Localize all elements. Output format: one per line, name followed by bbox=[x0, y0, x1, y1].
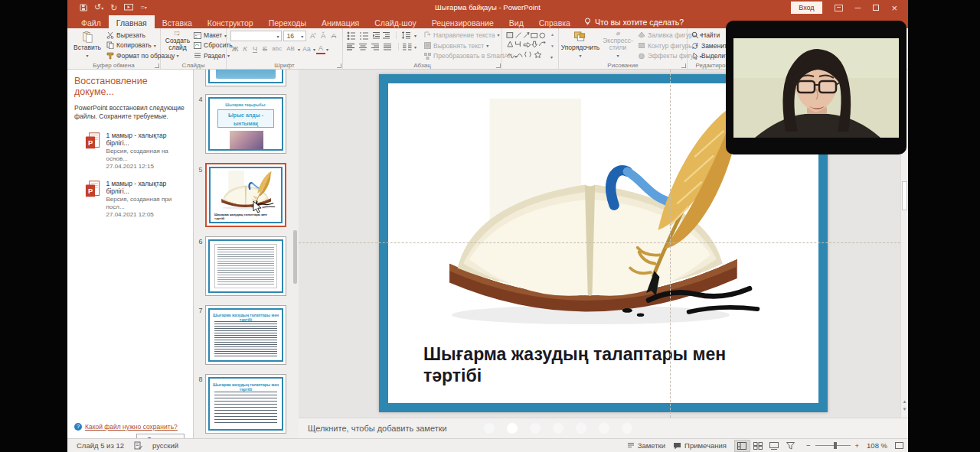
tab-transitions[interactable]: Переходы bbox=[261, 15, 314, 28]
tab-review[interactable]: Рецензирование bbox=[424, 15, 501, 28]
thumbnail-number: 6 bbox=[197, 238, 204, 246]
webcam-overlay[interactable] bbox=[726, 21, 906, 154]
language-indicator[interactable]: русский bbox=[152, 441, 178, 450]
columns-icon[interactable] bbox=[403, 43, 412, 51]
shapes-more-icon[interactable]: ▾ bbox=[550, 54, 554, 60]
text-shadow-button[interactable]: abc bbox=[270, 44, 283, 54]
horizontal-guide bbox=[299, 242, 900, 243]
maximize-button[interactable] bbox=[873, 5, 879, 11]
svg-text:P: P bbox=[88, 187, 93, 195]
zoom-level[interactable]: 108 % bbox=[867, 441, 887, 450]
redo-icon[interactable]: ↻ bbox=[110, 4, 117, 12]
font-size-combo[interactable]: 16▾ bbox=[283, 31, 306, 41]
shape-fill-icon bbox=[638, 31, 645, 38]
close-button[interactable]: × bbox=[891, 4, 897, 12]
bold-button[interactable]: Ж bbox=[230, 44, 240, 54]
underline-button[interactable]: Ч bbox=[250, 44, 260, 54]
notes-placeholder[interactable]: Щелкните, чтобы добавить заметки bbox=[299, 424, 447, 433]
tab-home[interactable]: Главная bbox=[109, 15, 155, 28]
zoom-in-button[interactable]: + bbox=[855, 441, 860, 450]
quick-styles-button[interactable]: Экспресс-стили ▾ bbox=[601, 31, 635, 60]
thumbnail-slide-4[interactable]: Шығарма тақырыбы: Ырыс алды - ынтымақ bbox=[205, 94, 286, 154]
thumbnail-slide-6[interactable] bbox=[205, 236, 286, 296]
align-text-icon bbox=[424, 42, 431, 49]
file-version: Версия, созданная на основ... bbox=[106, 148, 186, 163]
paste-button[interactable]: Вставить ▾ bbox=[71, 31, 103, 60]
shapes-scroll-up-icon[interactable]: ▲ bbox=[550, 32, 554, 37]
group-paragraph: ▾ ▾ Направление текста▾ bbox=[343, 28, 502, 69]
save-icon[interactable] bbox=[80, 1, 87, 15]
reading-view-button[interactable] bbox=[766, 440, 782, 452]
slide-indicator: Слайд 5 из 12 bbox=[77, 441, 124, 450]
recovered-file-item[interactable]: P 1 мамыр - халықтар бірлігі... Версия, … bbox=[85, 132, 186, 171]
slide-sorter-view-button[interactable] bbox=[750, 440, 766, 452]
drawing-dialog-launcher[interactable] bbox=[681, 63, 686, 68]
section-icon bbox=[194, 52, 201, 59]
thumbnail-slide-3[interactable] bbox=[205, 70, 286, 86]
tab-view[interactable]: Вид bbox=[501, 15, 531, 28]
thumbnail-slide-5-selected[interactable]: Шығарма жазудың талаптары мен тәртібі bbox=[205, 163, 286, 227]
recovered-file-item[interactable]: P 1 мамыр - халықтар бірлігі... Версия, … bbox=[85, 180, 186, 219]
fit-slide-to-window-button[interactable] bbox=[895, 442, 903, 449]
start-slideshow-icon[interactable] bbox=[124, 1, 133, 15]
alignment-icons[interactable] bbox=[347, 43, 394, 51]
dot bbox=[484, 423, 495, 434]
accessibility-checker-icon[interactable] bbox=[134, 441, 142, 450]
recovery-help-link[interactable]: ? Какой файл нужно сохранить? bbox=[74, 423, 186, 431]
tab-insert[interactable]: Вставка bbox=[155, 15, 200, 28]
font-name-combo[interactable]: ▾ bbox=[230, 31, 282, 41]
tab-help[interactable]: Справка bbox=[531, 15, 578, 28]
signin-button[interactable]: Вход bbox=[791, 2, 822, 14]
select-icon bbox=[691, 52, 699, 60]
italic-button[interactable]: К bbox=[240, 44, 250, 54]
shrink-font-button[interactable]: А̌ bbox=[318, 31, 328, 41]
tab-file[interactable]: Файл bbox=[74, 15, 109, 28]
tab-design[interactable]: Конструктор bbox=[200, 15, 261, 28]
undo-icon[interactable]: ↺▾ bbox=[94, 3, 103, 13]
dot bbox=[553, 423, 564, 434]
thumbnail-slide-8[interactable]: Шығарма жазудың талаптары мен тәртібі bbox=[205, 374, 286, 434]
recovery-title: Восстановление докуме... bbox=[74, 76, 186, 97]
ribbon-display-options-icon[interactable] bbox=[835, 5, 843, 11]
thumbnail-text-lines bbox=[214, 392, 277, 424]
zoom-slider-thumb[interactable] bbox=[834, 442, 837, 449]
list-and-indent-icons[interactable] bbox=[347, 31, 391, 40]
slide-title-text[interactable]: Шығарма жазудың талаптары мен тәртібі bbox=[423, 343, 760, 386]
tab-animations[interactable]: Анимация bbox=[314, 15, 367, 28]
strikethrough-button[interactable]: S bbox=[260, 44, 270, 54]
change-case-button[interactable]: Аа bbox=[301, 44, 312, 54]
tell-me-box[interactable]: Что вы хотите сделать? bbox=[578, 15, 690, 28]
notes-toggle[interactable]: Заметки bbox=[627, 441, 665, 450]
zoom-slider[interactable] bbox=[815, 445, 851, 446]
shapes-gallery[interactable]: ▲ ▼ ▾ bbox=[502, 28, 559, 69]
thumbnail-slide-7[interactable]: Шығарма жазудың талаптары мен тәртібі bbox=[205, 305, 286, 365]
quick-styles-icon bbox=[612, 31, 625, 36]
slideshow-view-button[interactable] bbox=[782, 440, 799, 452]
previous-slide-icon[interactable]: ▲ bbox=[903, 399, 907, 404]
tab-slideshow[interactable]: Слайд-шоу bbox=[367, 15, 423, 28]
clear-formatting-button[interactable]: A bbox=[329, 31, 338, 41]
zoom-out-button[interactable]: − bbox=[806, 441, 811, 450]
minimize-button[interactable]: ─ bbox=[855, 4, 861, 12]
grow-font-button[interactable]: А̂ bbox=[308, 31, 317, 41]
scrollbar-thumb[interactable] bbox=[902, 181, 907, 210]
clipboard-dialog-launcher[interactable] bbox=[155, 63, 159, 68]
line-spacing-icon[interactable] bbox=[401, 31, 411, 40]
arrange-button[interactable]: Упорядочить ▾ bbox=[563, 31, 598, 60]
shapes-scroll-down-icon[interactable]: ▼ bbox=[550, 44, 554, 48]
new-slide-button[interactable]: Создать слайд ▾ bbox=[165, 31, 191, 60]
dot bbox=[530, 423, 541, 434]
font-color-button[interactable]: А bbox=[316, 44, 325, 54]
normal-view-button[interactable] bbox=[734, 440, 750, 452]
powerpoint-file-icon: P bbox=[85, 132, 101, 151]
character-spacing-button[interactable]: АВ bbox=[284, 44, 297, 54]
thumbnail-number: 8 bbox=[197, 376, 204, 383]
paragraph-dialog-launcher[interactable] bbox=[496, 63, 501, 68]
font-dialog-launcher[interactable] bbox=[337, 63, 341, 68]
next-slide-icon[interactable]: ▼ bbox=[903, 407, 907, 411]
presenter-video bbox=[733, 38, 899, 138]
customize-qat-icon[interactable]: =▾ bbox=[140, 3, 146, 12]
comments-toggle[interactable]: Примечания bbox=[673, 441, 727, 450]
thumbnail-scrollbar[interactable] bbox=[293, 230, 297, 284]
text-direction-icon bbox=[424, 31, 431, 38]
